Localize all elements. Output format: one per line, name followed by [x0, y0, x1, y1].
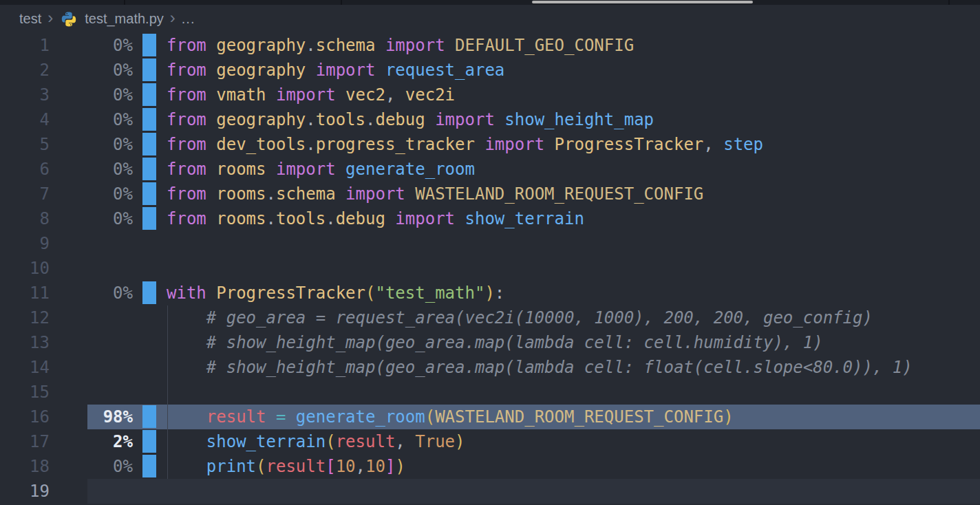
line-number[interactable]: 12: [0, 305, 50, 330]
token-txt: [405, 432, 415, 451]
token-num: True: [415, 432, 455, 451]
code-line-19[interactable]: 19: [0, 479, 980, 504]
coverage-marker-slot: [142, 380, 156, 405]
line-number[interactable]: 4: [0, 107, 50, 132]
python-icon: [61, 11, 77, 28]
line-number[interactable]: 8: [0, 206, 50, 231]
code-line-2[interactable]: 20%from geography import request_area: [0, 58, 980, 83]
code-line-7[interactable]: 70%from rooms.schema import WASTELAND_RO…: [0, 182, 980, 206]
token-cls: ProgressTracker: [216, 283, 365, 303]
token-kw: with: [167, 283, 206, 303]
line-number[interactable]: 19: [0, 479, 50, 504]
line-number[interactable]: 5: [0, 132, 50, 157]
code-line-12[interactable]: 12 # geo_area = request_area(vec2i(10000…: [0, 305, 980, 330]
code-line-17[interactable]: 172% show_terrain(result, True): [0, 429, 980, 454]
token-kw: import: [276, 160, 336, 179]
line-number[interactable]: 11: [0, 281, 50, 305]
token-p1: ): [484, 283, 494, 303]
code-text: show_terrain(result, True): [167, 429, 465, 454]
coverage-percent: 0%: [50, 33, 133, 58]
code-line-3[interactable]: 30%from vmath import vec2, vec2i: [0, 83, 980, 107]
line-number[interactable]: 2: [0, 58, 50, 83]
code-line-14[interactable]: 14 # show_height_map(geo_area.map(lambda…: [0, 355, 980, 380]
token-cmt: # show_height_map(geo_area.map(lambda ce…: [206, 333, 823, 352]
code-line-9[interactable]: 9: [0, 231, 980, 256]
line-number[interactable]: 9: [0, 231, 50, 256]
token-cmt: # geo_area = request_area(vec2i(10000, 1…: [206, 308, 873, 327]
coverage-percent: 2%: [50, 429, 133, 454]
tab-divider: [124, 0, 125, 5]
token-txt: [206, 61, 216, 80]
token-txt: [385, 209, 395, 228]
breadcrumb-file[interactable]: test_math.py: [85, 11, 164, 27]
token-punc: ,: [395, 432, 405, 451]
line-number[interactable]: 1: [0, 33, 50, 58]
coverage-marker-slot: [142, 429, 156, 454]
coverage-marker-slot: [142, 256, 156, 281]
line-number[interactable]: 6: [0, 157, 50, 182]
token-txt: [206, 36, 216, 55]
token-kw: from: [167, 36, 206, 55]
token-const: DEFAULT_GEO_CONFIG: [455, 36, 634, 55]
coverage-marker-icon: [142, 83, 156, 106]
code-line-15[interactable]: 15: [0, 380, 980, 405]
coverage-marker-slot: [142, 206, 156, 231]
token-txt: [544, 135, 554, 154]
coverage-marker-slot: [142, 355, 156, 380]
line-number[interactable]: 16: [0, 405, 50, 429]
code-text: from rooms.tools.debug import show_terra…: [167, 206, 584, 231]
token-mod: geography: [216, 61, 306, 80]
token-txt: [167, 358, 206, 377]
code-line-5[interactable]: 50%from dev_tools.progress_tracker impor…: [0, 132, 980, 157]
token-txt: [167, 432, 206, 451]
breadcrumb-folder[interactable]: test: [19, 11, 41, 27]
code-line-11[interactable]: 110%with ProgressTracker("test_math"):: [0, 281, 980, 305]
code-line-1[interactable]: 10%from geography.schema import DEFAULT_…: [0, 33, 980, 58]
line-number[interactable]: 18: [0, 454, 50, 479]
code-line-8[interactable]: 80%from rooms.tools.debug import show_te…: [0, 206, 980, 231]
line-number[interactable]: 13: [0, 330, 50, 355]
coverage-marker-slot: [142, 33, 156, 58]
token-kw: from: [167, 209, 206, 228]
code-editor[interactable]: 10%from geography.schema import DEFAULT_…: [0, 33, 980, 504]
line-number[interactable]: 15: [0, 380, 50, 405]
token-p2: ]: [385, 457, 395, 476]
token-punc: .: [266, 209, 276, 228]
breadcrumb: test › test_math.py › ...: [0, 5, 980, 33]
coverage-percent: 0%: [50, 182, 133, 206]
token-p2: [: [326, 457, 335, 476]
token-txt: [495, 110, 504, 129]
token-mod: dev_tools: [216, 135, 306, 154]
token-txt: [206, 283, 216, 303]
code-line-18[interactable]: 180% print(result[10,10]): [0, 454, 980, 479]
code-line-4[interactable]: 40%from geography.tools.debug import sho…: [0, 107, 980, 132]
line-number[interactable]: 3: [0, 83, 50, 107]
code-text: result = generate_room(WASTELAND_ROOM_RE…: [167, 405, 734, 429]
coverage-marker-slot: [142, 305, 156, 330]
line-number[interactable]: 17: [0, 429, 50, 454]
token-txt: [266, 85, 276, 105]
code-line-16[interactable]: 1698% result = generate_room(WASTELAND_R…: [0, 405, 980, 429]
coverage-marker-icon: [142, 108, 156, 131]
code-text: from geography import request_area: [167, 58, 504, 83]
coverage-percent: 0%: [50, 83, 133, 107]
code-line-10[interactable]: 10: [0, 256, 980, 281]
line-number[interactable]: 10: [0, 256, 50, 281]
code-line-13[interactable]: 13 # show_height_map(geo_area.map(lambda…: [0, 330, 980, 355]
code-text: from geography.tools.debug import show_h…: [167, 107, 654, 132]
coverage-percent: 0%: [50, 281, 133, 305]
token-cls: vec2i: [405, 85, 455, 105]
breadcrumb-symbol-more[interactable]: ...: [182, 11, 195, 27]
token-mod: debug: [375, 110, 425, 129]
line-number[interactable]: 7: [0, 182, 50, 206]
token-p1: ): [455, 432, 465, 451]
token-fn: show_terrain: [206, 432, 326, 451]
token-mod: tools: [316, 110, 365, 129]
coverage-marker-icon: [142, 405, 156, 428]
horizontal-scrollbar-thumb[interactable]: [532, 1, 753, 3]
coverage-marker-icon: [142, 207, 156, 230]
line-number[interactable]: 14: [0, 355, 50, 380]
token-txt: [336, 160, 345, 179]
coverage-marker-icon: [142, 281, 156, 304]
code-line-6[interactable]: 60%from rooms import generate_room: [0, 157, 980, 182]
